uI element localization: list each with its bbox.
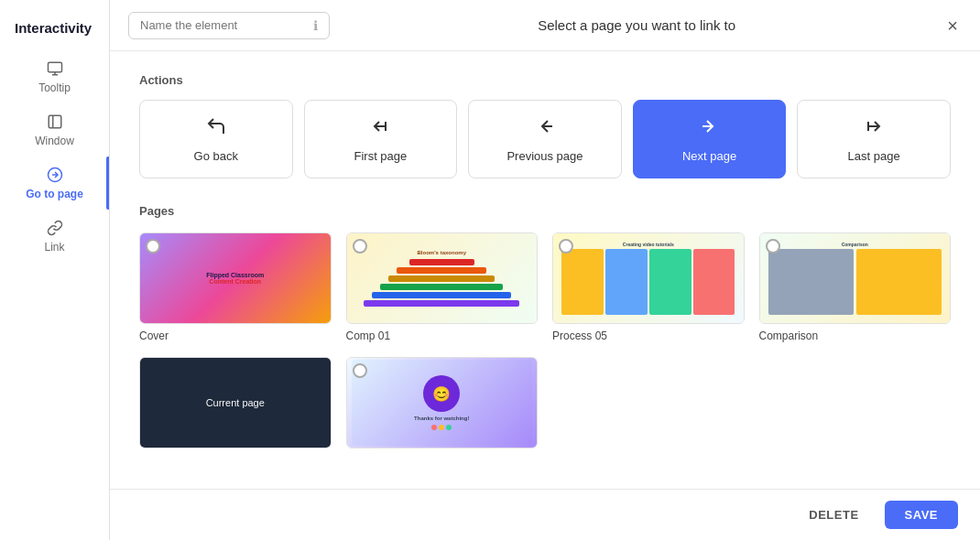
last-page-label: Last page xyxy=(848,149,900,163)
footer: DELETE SAVE xyxy=(110,489,980,540)
page-name-comp01: Comp 01 xyxy=(346,329,539,342)
page-thumb-comparison: Comparison xyxy=(759,232,952,324)
previous-page-label: Previous page xyxy=(506,149,583,163)
header-title: Select a page you want to link to xyxy=(330,17,943,33)
go-back-button[interactable]: Go back xyxy=(139,100,293,178)
svg-rect-1 xyxy=(49,115,61,128)
go-back-label: Go back xyxy=(194,149,238,163)
page-thumb-comp01: Bloom's taxonomy xyxy=(346,232,539,324)
first-page-icon xyxy=(369,115,391,142)
window-icon xyxy=(46,113,64,131)
go-back-icon xyxy=(205,115,227,142)
page-radio-comp01 xyxy=(353,239,367,254)
pages-label: Pages xyxy=(139,204,951,218)
sidebar-item-link-label: Link xyxy=(44,241,64,254)
delete-button[interactable]: DELETE xyxy=(794,501,873,529)
main-panel: ℹ Select a page you want to link to × Ac… xyxy=(110,0,980,540)
page-radio-process05 xyxy=(559,239,573,254)
page-thumb-last: 😊 Thanks for watching! xyxy=(346,357,539,448)
tooltip-icon xyxy=(46,59,64,78)
page-thumb-cover: Flipped Classroom Content Creation xyxy=(139,232,332,324)
first-page-button[interactable]: First page xyxy=(304,100,458,178)
actions-label: Actions xyxy=(139,73,951,87)
next-page-icon xyxy=(699,115,721,142)
sidebar-item-go-to-page-label: Go to page xyxy=(26,188,83,200)
previous-page-button[interactable]: Previous page xyxy=(468,100,622,178)
page-radio-cover xyxy=(146,239,160,254)
page-name-comparison: Comparison xyxy=(759,329,952,342)
page-name-process05: Process 05 xyxy=(552,329,745,342)
page-thumb-current: Current page xyxy=(139,357,332,448)
page-card-process05[interactable]: Creating video tutorials Process 05 xyxy=(552,232,745,342)
current-page-label: Current page xyxy=(206,397,265,408)
page-card-comp01[interactable]: Bloom's taxonomy Comp 01 xyxy=(346,232,539,342)
header: ℹ Select a page you want to link to × xyxy=(110,0,980,51)
sidebar: Interactivity Tooltip Window Go to page … xyxy=(0,0,110,540)
next-page-button[interactable]: Next page xyxy=(633,100,787,178)
sidebar-title: Interactivity xyxy=(0,9,109,50)
info-icon: ℹ xyxy=(313,18,318,33)
last-page-icon xyxy=(863,115,885,142)
page-card-comparison[interactable]: Comparison Comparison xyxy=(759,232,952,342)
svg-rect-0 xyxy=(48,62,61,72)
previous-page-icon xyxy=(534,115,556,142)
page-radio-last xyxy=(353,363,367,378)
page-name-cover: Cover xyxy=(139,329,332,342)
actions-row: Go back First page Previous page Next pa… xyxy=(139,100,951,178)
pages-grid: Flipped Classroom Content Creation Cover… xyxy=(139,232,951,454)
sidebar-item-tooltip-label: Tooltip xyxy=(38,81,71,94)
page-card-current[interactable]: Current page xyxy=(139,357,332,454)
next-page-label: Next page xyxy=(682,149,736,163)
link-icon xyxy=(46,219,64,237)
page-radio-comparison xyxy=(766,239,780,254)
save-button[interactable]: SAVE xyxy=(885,501,958,529)
name-element-input[interactable] xyxy=(140,18,306,32)
sidebar-item-go-to-page[interactable]: Go to page xyxy=(0,157,109,210)
page-card-cover[interactable]: Flipped Classroom Content Creation Cover xyxy=(139,232,332,342)
page-thumb-process05: Creating video tutorials xyxy=(552,232,745,324)
sidebar-item-window-label: Window xyxy=(35,135,74,147)
first-page-label: First page xyxy=(354,149,407,163)
name-input-wrapper[interactable]: ℹ xyxy=(128,12,330,39)
go-to-page-icon xyxy=(46,166,64,184)
page-card-last[interactable]: 😊 Thanks for watching! xyxy=(346,357,539,454)
last-page-button[interactable]: Last page xyxy=(797,100,951,178)
sidebar-item-window[interactable]: Window xyxy=(0,103,109,157)
sidebar-item-tooltip[interactable]: Tooltip xyxy=(0,50,109,103)
content-area: Actions Go back First page Previous page xyxy=(110,51,980,489)
close-button[interactable]: × xyxy=(943,13,962,38)
sidebar-item-link[interactable]: Link xyxy=(0,210,109,263)
